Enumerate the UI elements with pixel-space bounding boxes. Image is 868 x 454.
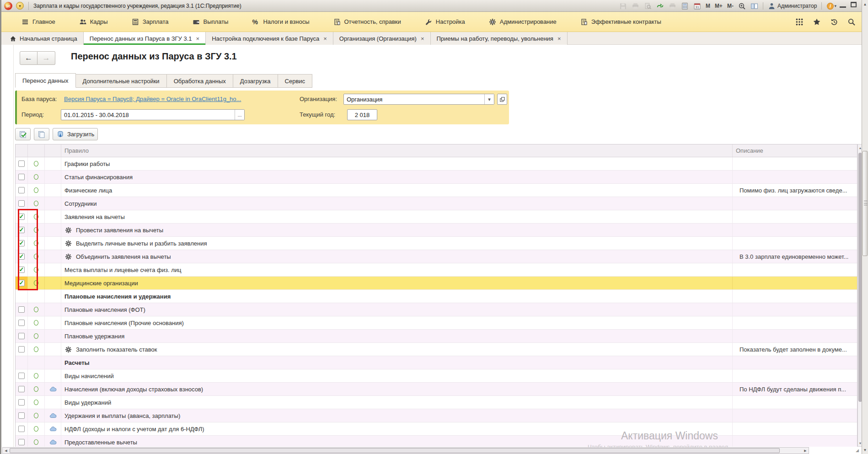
- table-row[interactable]: Плановые удержания: [16, 330, 857, 343]
- rule-checkbox[interactable]: [18, 426, 25, 432]
- check-all-button[interactable]: [15, 128, 31, 140]
- rule-checkbox[interactable]: [18, 240, 25, 246]
- tab-close-icon[interactable]: ×: [557, 35, 561, 42]
- rule-checkbox[interactable]: [18, 253, 25, 260]
- menu-item[interactable]: Главное: [10, 12, 67, 32]
- subtab[interactable]: Обработка данных: [167, 74, 233, 88]
- save-tool-icon[interactable]: [619, 2, 627, 10]
- tab-home[interactable]: Начальная страница: [1, 32, 84, 45]
- menu-item[interactable]: Зарплата: [120, 12, 181, 32]
- print-tool-icon[interactable]: [669, 2, 676, 10]
- rule-checkbox[interactable]: [18, 439, 25, 445]
- table-row[interactable]: Начисления (включая доходы страховых взн…: [16, 383, 857, 396]
- current-year-input[interactable]: 2 018: [347, 109, 377, 120]
- memory-tool-button[interactable]: M-: [727, 3, 734, 9]
- nav-forward-button[interactable]: →: [38, 51, 55, 65]
- combo-open-button[interactable]: [497, 94, 507, 105]
- minimize-button[interactable]: [840, 2, 846, 8]
- subtab[interactable]: Дозагрузка: [233, 74, 278, 88]
- nav-back-button[interactable]: ←: [20, 51, 38, 65]
- subtab[interactable]: Дополнительные настройки: [76, 74, 167, 88]
- column-header-icon[interactable]: [45, 144, 61, 157]
- favorites-star-icon[interactable]: [813, 18, 821, 26]
- tab-close-icon[interactable]: ×: [421, 35, 424, 42]
- rule-checkbox[interactable]: [18, 227, 25, 233]
- tab-window[interactable]: Организация (Организация)×: [333, 32, 431, 45]
- tab-window[interactable]: Настройка подключения к базе Паруса×: [206, 32, 333, 45]
- menu-item[interactable]: Администрирование: [477, 12, 568, 32]
- column-header-description[interactable]: Описание: [733, 144, 857, 157]
- rule-checkbox[interactable]: [18, 160, 25, 167]
- column-header-status[interactable]: [28, 144, 45, 157]
- rule-checkbox[interactable]: [18, 200, 25, 207]
- table-row[interactable]: Статьи финансирования: [16, 171, 857, 184]
- horizontal-scroll-thumb[interactable]: [10, 448, 780, 453]
- organization-combobox[interactable]: Организация ▾: [343, 94, 494, 105]
- rule-checkbox[interactable]: [18, 320, 25, 326]
- table-row[interactable]: Заполнить показатель ставокПоказатель бу…: [16, 343, 857, 356]
- table-row[interactable]: Медицинские организации: [16, 277, 857, 290]
- rule-checkbox[interactable]: [18, 174, 25, 180]
- table-row[interactable]: Виды удержаний: [16, 396, 857, 409]
- search-icon[interactable]: [847, 18, 856, 26]
- table-row[interactable]: Плановые начисления (Прочие основания): [16, 316, 857, 330]
- outer-scrollbar[interactable]: ▲ ▼: [862, 0, 868, 454]
- scroll-right-icon[interactable]: ▶: [802, 448, 809, 454]
- rule-checkbox[interactable]: [18, 386, 25, 392]
- table-row[interactable]: Предоставленные вычеты: [16, 436, 857, 447]
- menu-item[interactable]: Настройка: [413, 12, 477, 32]
- menu-item[interactable]: Выплаты: [181, 12, 241, 32]
- table-row[interactable]: НДФЛ (доходы и налоги с учетом дат для 6…: [16, 422, 857, 436]
- column-header-checkbox[interactable]: [16, 144, 28, 157]
- current-user-button[interactable]: Администратор: [768, 2, 817, 10]
- memory-tool-button[interactable]: M: [706, 3, 710, 9]
- maximize-button[interactable]: [851, 2, 857, 7]
- scroll-left-icon[interactable]: ◀: [3, 448, 9, 454]
- rule-checkbox[interactable]: [18, 267, 25, 273]
- table-row[interactable]: Плановые начисления и удержания: [16, 290, 857, 303]
- menu-item[interactable]: %Налоги и взносы: [240, 12, 321, 32]
- table-row[interactable]: Объединить заявления на вычетыВ 3.0 зарп…: [16, 250, 857, 263]
- table-row[interactable]: Виды начислений: [16, 369, 857, 383]
- calendar-tool-icon[interactable]: 31: [693, 2, 701, 10]
- column-header-rule[interactable]: Правило: [61, 144, 733, 157]
- tab-window[interactable]: Перенос данных из Паруса в ЗГУ 3.1×: [84, 32, 206, 45]
- rule-checkbox[interactable]: [18, 214, 25, 220]
- tab-close-icon[interactable]: ×: [196, 35, 200, 42]
- table-row[interactable]: Графики работы: [16, 157, 857, 171]
- rule-checkbox[interactable]: [18, 373, 25, 379]
- system-menu-button[interactable]: ▾: [16, 2, 24, 10]
- info-menu-button[interactable]: i▾: [826, 2, 836, 10]
- rule-checkbox[interactable]: [18, 346, 25, 353]
- rule-checkbox[interactable]: [18, 306, 25, 313]
- table-row[interactable]: Заявления на вычеты: [16, 210, 857, 224]
- table-row[interactable]: Расчеты: [16, 356, 857, 369]
- history-icon[interactable]: [830, 18, 838, 26]
- load-button[interactable]: Загрузить: [53, 128, 98, 140]
- preview-tool-icon[interactable]: [644, 2, 652, 10]
- table-row[interactable]: Плановые начисления (ФОТ): [16, 303, 857, 316]
- table-row[interactable]: Провести заявления на вычеты: [16, 224, 857, 237]
- parus-base-link[interactable]: Версия Паруса = Парус8; Драйвер = Oracle…: [64, 96, 241, 102]
- uncheck-all-button[interactable]: [34, 128, 49, 140]
- memory-tool-button[interactable]: M+: [715, 3, 723, 9]
- combo-dropdown-button[interactable]: ▾: [484, 94, 494, 104]
- rule-checkbox[interactable]: [18, 280, 25, 286]
- table-row[interactable]: Сотрудники: [16, 197, 857, 210]
- menu-item[interactable]: Отчетность, справки: [321, 12, 413, 32]
- period-ellipsis-button[interactable]: ...: [235, 110, 244, 120]
- link-tool-icon[interactable]: [656, 2, 664, 10]
- subtab[interactable]: Перенос данных: [15, 73, 76, 88]
- tab-window[interactable]: Приемы на работу, переводы, увольнения×: [431, 32, 568, 45]
- outer-scroll-up-icon[interactable]: ▲: [862, 1, 868, 7]
- calculator-tool-icon[interactable]: [681, 2, 689, 10]
- outer-scroll-thumb[interactable]: [863, 151, 868, 256]
- rule-checkbox[interactable]: [18, 412, 25, 419]
- table-row[interactable]: Места выплаты и лицевые счета физ. лиц: [16, 263, 857, 277]
- outer-scroll-down-icon[interactable]: ▼: [862, 447, 868, 453]
- tab-close-icon[interactable]: ×: [323, 35, 327, 42]
- rule-checkbox[interactable]: [18, 333, 25, 339]
- table-row[interactable]: Выделить личные вычеты и разбить заявлен…: [16, 237, 857, 250]
- split-tool-icon[interactable]: [750, 2, 758, 10]
- apps-grid-icon[interactable]: [795, 18, 804, 26]
